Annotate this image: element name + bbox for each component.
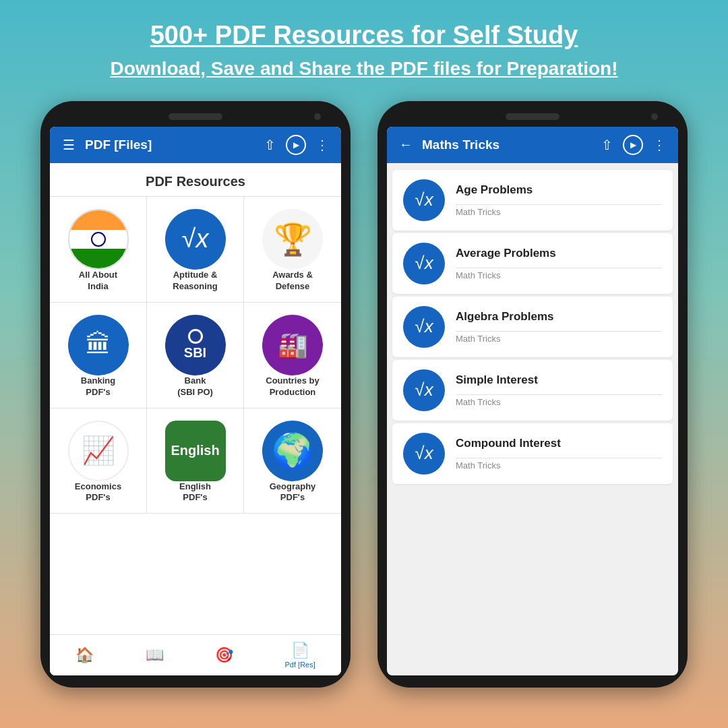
share-icon[interactable]: ⇧ (262, 137, 278, 153)
header-subtitle: Download, Save and Share the PDF files f… (40, 57, 688, 81)
trick-title-algebra: Algebra Problems (456, 310, 662, 324)
trick-text-compound: Compound Interest Math Tricks (456, 437, 662, 470)
phone-pdf: ☰ PDF [Files] ⇧ ▶ ⋮ PDF Resources (40, 101, 351, 688)
grid-label-economics: EconomicsPDF's (75, 481, 121, 504)
trick-text-average: Average Problems Math Tricks (456, 247, 662, 280)
trick-text-age: Age Problems Math Tricks (456, 183, 662, 216)
flag-green (69, 249, 127, 268)
phone1-speaker (169, 113, 222, 120)
header-title: 500+ PDF Resources for Self Study (40, 20, 688, 51)
trick-subtitle-age: Math Tricks (456, 207, 662, 217)
grid-item-sbi[interactable]: SBI Bank(SBI PO) (147, 303, 244, 408)
trick-text-algebra: Algebra Problems Math Tricks (456, 310, 662, 343)
divider-age (456, 204, 662, 205)
menu-icon[interactable]: ☰ (61, 137, 77, 153)
phone2-screen: ← Maths Tricks ⇧ ▶ ⋮ √x Age Problems Mat… (387, 127, 678, 675)
nav-home[interactable]: 🏠 (75, 646, 94, 664)
grid-label-sbi: Bank(SBI PO) (177, 375, 213, 398)
grid-item-awards[interactable]: 🏆 Awards &Defense (244, 197, 341, 303)
economics-icon: 📈 (68, 421, 129, 481)
trick-icon-compound: √x (403, 433, 445, 475)
nav-pdf[interactable]: 📄 Pdf [Res] (285, 642, 315, 669)
back-icon[interactable]: ← (398, 137, 414, 152)
phone-maths: ← Maths Tricks ⇧ ▶ ⋮ √x Age Problems Mat… (377, 101, 688, 688)
pdf-icon: 📄 (291, 642, 309, 659)
trick-title-simple: Simple Interest (456, 373, 662, 387)
aptitude-icon: √x (165, 209, 226, 270)
nav-book[interactable]: 📖 (146, 646, 164, 664)
trick-title-compound: Compound Interest (456, 437, 662, 450)
flag-orange (69, 210, 127, 230)
trick-subtitle-algebra: Math Tricks (456, 334, 662, 344)
trick-simple[interactable]: √x Simple Interest Math Tricks (392, 360, 673, 421)
grid-item-aptitude[interactable]: √x Aptitude &Reasoning (147, 197, 244, 303)
play-icon-2: ▶ (630, 140, 636, 150)
grid-label-geography: GeographyPDF's (270, 481, 316, 504)
divider-algebra (456, 331, 662, 332)
header: 500+ PDF Resources for Self Study Downlo… (0, 0, 728, 94)
grid-item-english[interactable]: English EnglishPDF's (147, 408, 244, 514)
grid-item-banking[interactable]: 🏛 BankingPDF's (50, 303, 147, 408)
trick-average[interactable]: √x Average Problems Math Tricks (392, 233, 673, 294)
sbi-icon: SBI (165, 315, 226, 375)
phone1-camera (314, 113, 321, 120)
trick-title-age: Age Problems (456, 183, 662, 197)
nav-target[interactable]: 🎯 (215, 646, 233, 664)
grid-label-india: All AboutIndia (79, 270, 117, 293)
play-icon: ▶ (293, 140, 299, 150)
trick-compound[interactable]: √x Compound Interest Math Tricks (392, 423, 673, 484)
divider-average (456, 268, 662, 268)
trick-algebra[interactable]: √x Algebra Problems Math Tricks (392, 297, 673, 357)
trick-icon-average: √x (403, 243, 445, 284)
trick-icon-simple: √x (403, 369, 445, 411)
nav-pdf-label: Pdf [Res] (285, 661, 315, 669)
trophy-icon: 🏆 (262, 209, 323, 270)
trick-subtitle-average: Math Tricks (456, 270, 662, 280)
bottom-nav: 🏠 📖 🎯 📄 Pdf [Res] (50, 634, 341, 675)
pdf-section-title: PDF Resources (50, 163, 341, 197)
trick-age[interactable]: √x Age Problems Math Tricks (392, 170, 673, 231)
divider-compound (456, 458, 662, 458)
more-icon[interactable]: ⋮ (314, 137, 330, 153)
india-flag-icon (68, 209, 129, 270)
countries-icon: 🏭 (262, 315, 323, 375)
phone2-title: Maths Tricks (422, 138, 590, 152)
trick-text-simple: Simple Interest Math Tricks (456, 373, 662, 406)
grid-label-english: EnglishPDF's (179, 481, 211, 504)
trick-icon-age: √x (403, 179, 445, 221)
phone2-camera (651, 113, 658, 120)
phone2-speaker (506, 113, 559, 120)
play-button[interactable]: ▶ (286, 135, 306, 155)
divider-simple (456, 394, 662, 395)
grid-label-countries: Countries byProduction (266, 375, 319, 398)
grid-label-awards: Awards &Defense (272, 270, 313, 293)
home-icon: 🏠 (75, 646, 94, 664)
sbi-text: SBI (184, 345, 206, 361)
book-icon: 📖 (146, 646, 164, 664)
grid-item-geography[interactable]: 🌍 GeographyPDF's (244, 408, 341, 514)
phone2-notch (387, 113, 678, 120)
pdf-grid: All AboutIndia √x Aptitude &Reasoning 🏆 … (50, 197, 341, 514)
sbi-keyhole (188, 329, 203, 344)
grid-item-countries[interactable]: 🏭 Countries byProduction (244, 303, 341, 408)
geography-icon: 🌍 (262, 421, 323, 481)
flag-white (69, 230, 127, 249)
trick-subtitle-compound: Math Tricks (456, 460, 662, 471)
phone1-appbar: ☰ PDF [Files] ⇧ ▶ ⋮ (50, 127, 341, 163)
more-icon-2[interactable]: ⋮ (651, 137, 667, 153)
play-button-2[interactable]: ▶ (623, 135, 643, 155)
share-icon-2[interactable]: ⇧ (599, 137, 615, 153)
trick-icon-algebra: √x (403, 306, 445, 348)
grid-item-economics[interactable]: 📈 EconomicsPDF's (50, 408, 147, 514)
grid-label-banking: BankingPDF's (81, 375, 115, 398)
target-icon: 🎯 (215, 646, 233, 664)
banking-icon: 🏛 (68, 315, 129, 375)
grid-label-aptitude: Aptitude &Reasoning (173, 270, 217, 293)
phones-container: ☰ PDF [Files] ⇧ ▶ ⋮ PDF Resources (0, 94, 728, 688)
ashoka-wheel (91, 232, 106, 247)
english-icon: English (165, 421, 226, 481)
trick-subtitle-simple: Math Tricks (456, 397, 662, 407)
grid-item-india[interactable]: All AboutIndia (50, 197, 147, 303)
phone1-screen: ☰ PDF [Files] ⇧ ▶ ⋮ PDF Resources (50, 127, 341, 675)
tricks-list: √x Age Problems Math Tricks √x Average P… (387, 163, 678, 675)
